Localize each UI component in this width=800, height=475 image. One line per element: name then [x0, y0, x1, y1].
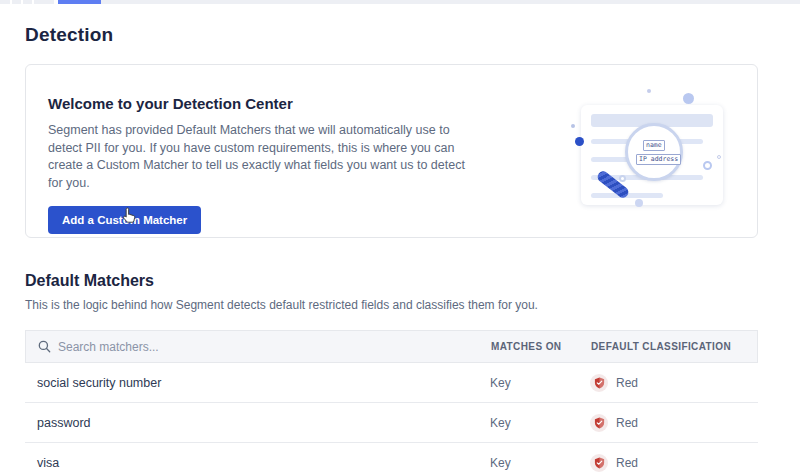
table-row[interactable]: visa Key Red: [25, 443, 758, 475]
column-header-matches-on: MATCHES ON: [491, 341, 591, 352]
matcher-matches-on: Key: [490, 416, 590, 430]
matcher-name: social security number: [37, 376, 490, 390]
matcher-matches-on: Key: [490, 456, 590, 470]
illustration-label-ip: IP address: [636, 154, 681, 165]
classification-label: Red: [616, 416, 638, 430]
matchers-table: MATCHES ON DEFAULT CLASSIFICATION social…: [25, 330, 758, 475]
matcher-classification: Red: [590, 374, 758, 392]
search-matchers-input[interactable]: [58, 340, 438, 354]
classification-label: Red: [616, 376, 638, 390]
matcher-name: visa: [37, 456, 490, 470]
shield-icon: [594, 417, 605, 429]
classification-label: Red: [616, 456, 638, 470]
classification-badge: [590, 454, 608, 472]
add-custom-matcher-button[interactable]: Add a Custom Matcher: [48, 206, 201, 234]
matcher-classification: Red: [590, 414, 758, 432]
default-matchers-description: This is the logic behind how Segment det…: [25, 298, 758, 312]
search-matchers-field[interactable]: [38, 340, 491, 354]
matcher-classification: Red: [590, 454, 758, 472]
table-row[interactable]: social security number Key Red: [25, 363, 758, 403]
detection-illustration: name IP address: [573, 91, 735, 215]
column-header-default-classification: DEFAULT CLASSIFICATION: [591, 341, 757, 352]
table-row[interactable]: password Key Red: [25, 403, 758, 443]
matchers-table-body: social security number Key Red password …: [25, 363, 758, 475]
page-title: Detection: [25, 24, 758, 46]
matchers-table-header: MATCHES ON DEFAULT CLASSIFICATION: [25, 330, 758, 363]
classification-badge: [590, 414, 608, 432]
shield-icon: [594, 457, 605, 469]
matcher-name: password: [37, 416, 490, 430]
search-icon: [38, 340, 51, 353]
default-matchers-heading: Default Matchers: [25, 272, 758, 290]
top-tab-strip: [0, 0, 800, 4]
magnifier-glass-icon: name IP address: [625, 123, 683, 181]
welcome-body-text: Segment has provided Default Matchers th…: [48, 122, 480, 192]
matcher-matches-on: Key: [490, 376, 590, 390]
illustration-label-name: name: [643, 140, 665, 151]
shield-icon: [594, 377, 605, 389]
active-tab-indicator[interactable]: [58, 0, 101, 4]
classification-badge: [590, 374, 608, 392]
welcome-card: Welcome to your Detection Center Segment…: [25, 64, 758, 238]
